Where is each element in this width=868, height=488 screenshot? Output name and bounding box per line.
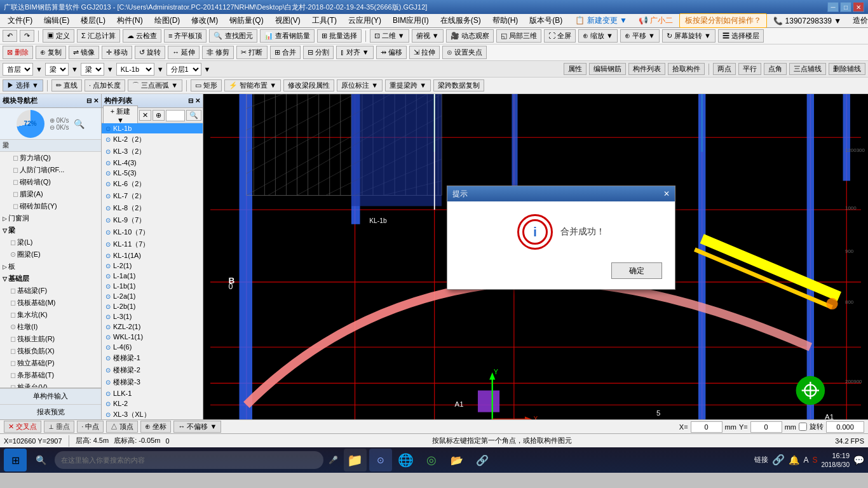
taskbar-app-connect[interactable]: 🔗 — [471, 449, 494, 471]
menu-new-change[interactable]: 📋 新建变更 ▼ — [570, 14, 632, 27]
comp-item-l4[interactable]: ⊙L-4(6) — [102, 342, 203, 352]
btn-perp[interactable]: ⊥ 垂点 — [44, 421, 74, 433]
btn-mirror[interactable]: ⇌ 镜像 — [69, 46, 99, 59]
btn-report-preview[interactable]: 报表预览 — [0, 404, 101, 420]
comp-item-wkl1[interactable]: ⊙WKL-1(1) — [102, 332, 203, 342]
menu-file[interactable]: 文件(F) — [3, 14, 37, 27]
toolbar-batch-sel[interactable]: ⊞ 批量选择 — [317, 29, 362, 43]
search-icon-taskbar[interactable]: 🔍 — [29, 449, 52, 471]
comp-item-kzl2[interactable]: ⊙KZL-2(1) — [102, 322, 203, 332]
btn-break[interactable]: ✂ 打断 — [236, 46, 267, 59]
btn-re-pick-span[interactable]: 重提梁跨 ▼ — [385, 79, 431, 92]
comp-item-stair3[interactable]: ⊙楼梯梁-3 — [102, 376, 203, 388]
dialog-close-icon[interactable]: ✕ — [663, 189, 670, 198]
btn-two-point[interactable]: 两点 — [713, 63, 736, 75]
start-button[interactable]: ⊞ — [4, 449, 27, 471]
menu-guangxiao[interactable]: 📢 广小二 — [634, 14, 678, 27]
menu-rebar[interactable]: 钢筋量(Q) — [224, 14, 268, 27]
btn-point-length[interactable]: · 点加长度 — [85, 79, 125, 92]
tree-node-sump[interactable]: ◻集水坑(K) — [0, 309, 101, 321]
btn-three-point-aux[interactable]: 三点辅线 — [789, 63, 826, 75]
btn-merge[interactable]: ⊞ 合并 — [270, 46, 301, 59]
menu-tools[interactable]: 工具(T) — [307, 14, 342, 27]
toolbar-fullscreen[interactable]: ⛶ 全屏 — [544, 29, 576, 43]
tree-node-brick-wall[interactable]: ◻砌砖墙(Q) — [0, 176, 101, 188]
btn-property[interactable]: 属性 — [564, 63, 587, 75]
btn-copy-span-data[interactable]: 梁跨数据复制 — [433, 79, 484, 92]
btn-modify-span-prop[interactable]: 修改梁段属性 — [283, 79, 334, 92]
rotate-checkbox[interactable] — [799, 423, 807, 431]
tree-node-pier[interactable]: ⊙柱墩(I) — [0, 321, 101, 333]
tree-node-shear-wall[interactable]: ◻剪力墙(Q) — [0, 152, 101, 164]
taskbar-app-folder[interactable]: 📂 — [445, 449, 468, 471]
btn-move[interactable]: ✛ 移动 — [102, 46, 132, 59]
btn-top[interactable]: △ 顶点 — [106, 421, 138, 433]
comp-item-kl11[interactable]: ⊙KL-11（7） — [102, 238, 203, 250]
btn-cross[interactable]: ✕ 交叉点 — [4, 421, 41, 433]
toolbar-2d[interactable]: ⊡ 二维 ▼ — [370, 29, 409, 43]
taskbar-app-ggjj[interactable]: ⊙ — [369, 449, 392, 471]
tree-node-beam-l[interactable]: ◻梁(L) — [0, 236, 101, 248]
type1-select[interactable]: 梁 — [45, 63, 69, 76]
btn-delete[interactable]: ⊠ 删除 — [3, 46, 33, 59]
toolbar-view-rebar[interactable]: 📊 查看钢筋量 — [260, 29, 315, 43]
tree-node-brick-reinforce[interactable]: ◻砌砖加筋(Y) — [0, 200, 101, 212]
comp-item-kl1b[interactable]: ⊙KL-1b — [102, 123, 203, 133]
layer-select[interactable]: 分层1 — [166, 63, 201, 76]
tree-node-beam[interactable]: ▽梁 — [0, 224, 101, 236]
btn-offset[interactable]: ⇸ 偏移 — [376, 46, 407, 59]
comp-item-kl7[interactable]: ⊙KL-7（2） — [102, 190, 203, 202]
btn-rotate[interactable]: ↺ 旋转 — [135, 46, 165, 59]
btn-coord[interactable]: ⊕ 坐标 — [140, 421, 171, 433]
tree-node-isolated[interactable]: ◻独立基础(P) — [0, 357, 101, 369]
taskbar-app-chrome[interactable]: ◎ — [420, 449, 443, 471]
toolbar-find-elem[interactable]: 🔍 查找图元 — [209, 29, 257, 43]
x-input[interactable] — [691, 421, 722, 433]
input-method-icon[interactable]: S — [812, 456, 817, 464]
btn-del-comp[interactable]: ✕ — [139, 110, 151, 121]
btn-pick-comp[interactable]: 拾取构件 — [668, 63, 705, 75]
comp-item-kl4[interactable]: ⊙KL-4(3) — [102, 158, 203, 168]
menu-view[interactable]: 视图(V) — [270, 14, 306, 27]
btn-select[interactable]: ▶ 选择 ▼ — [3, 79, 43, 92]
tree-node-ring-beam[interactable]: ⊙圈梁(E) — [0, 248, 101, 261]
menu-bim[interactable]: BIM应用(I) — [388, 14, 434, 27]
comp-item-kl2b[interactable]: ⊙KL-2 — [102, 398, 203, 409]
btn-extend[interactable]: ↔ 延伸 — [168, 46, 200, 59]
toolbar-cloud-check[interactable]: ☁ 云检查 — [123, 29, 161, 43]
canvas-area[interactable]: Y X B A1 A1 0 5 100 KL-1b 1200300 1000 9… — [203, 94, 868, 419]
comp-item-l1a[interactable]: ⊙L-1a(1) — [102, 271, 203, 281]
menu-phone[interactable]: 📞 13907298339 ▼ — [768, 15, 846, 27]
comp-name-select[interactable]: KL-1b — [116, 63, 154, 76]
btn-single-comp[interactable]: 单构件输入 — [0, 388, 101, 404]
btn-stretch[interactable]: ⇲ 拉伸 — [409, 46, 440, 59]
btn-arc[interactable]: ⌒ 三点画弧 ▼ — [128, 79, 182, 92]
comp-search-input[interactable] — [166, 110, 185, 121]
toolbar-view-plan[interactable]: 俯视 ▼ — [412, 29, 444, 43]
btn-line[interactable]: ✏ 直线 — [51, 79, 82, 92]
btn-in-situ-mark[interactable]: 原位标注 ▼ — [337, 79, 383, 92]
comp-item-llk1[interactable]: ⊙LLK-1 — [102, 388, 203, 398]
tree-node-pile-cap[interactable]: ◻桩承台(V) — [0, 381, 101, 388]
btn-edit-rebar[interactable]: 编辑钢筋 — [589, 63, 626, 75]
toolbar-zoom-in[interactable]: ⊕ 缩放 ▼ — [578, 29, 618, 43]
menu-edit[interactable]: 编辑(E) — [39, 14, 74, 27]
btn-trim[interactable]: 非 修剪 — [202, 46, 234, 59]
rotate-input[interactable] — [826, 421, 864, 433]
menu-help[interactable]: 帮助(H) — [487, 14, 524, 27]
comp-item-kl9[interactable]: ⊙KL-9（7） — [102, 214, 203, 226]
taskbar-app-explorer[interactable]: 📁 — [344, 449, 367, 471]
toolbar-define[interactable]: ▣ 定义 — [43, 29, 74, 43]
taskbar-search-input[interactable] — [55, 451, 323, 469]
taskbar-app-ie[interactable]: 🌐 — [395, 449, 417, 471]
btn-mid[interactable]: · 中点 — [77, 421, 104, 433]
menu-component[interactable]: 构件(N) — [112, 14, 148, 27]
btn-smart-layout[interactable]: ⚡ 智能布置 ▼ — [224, 79, 281, 92]
comp-item-kl5[interactable]: ⊙KL-5(3) — [102, 168, 203, 178]
success-dialog[interactable]: 提示 ✕ i 合并成功！ 确定 — [447, 186, 675, 290]
tree-node-door[interactable]: ▷门窗洞 — [0, 212, 101, 224]
mic-icon[interactable]: 🎤 — [326, 456, 341, 464]
comp-item-kl1a[interactable]: ⊙KL-1(1A) — [102, 250, 203, 261]
btn-align[interactable]: ⫿ 对齐 ▼ — [336, 46, 374, 59]
btn-no-offset[interactable]: ↔ 不偏移 ▼ — [173, 421, 221, 433]
